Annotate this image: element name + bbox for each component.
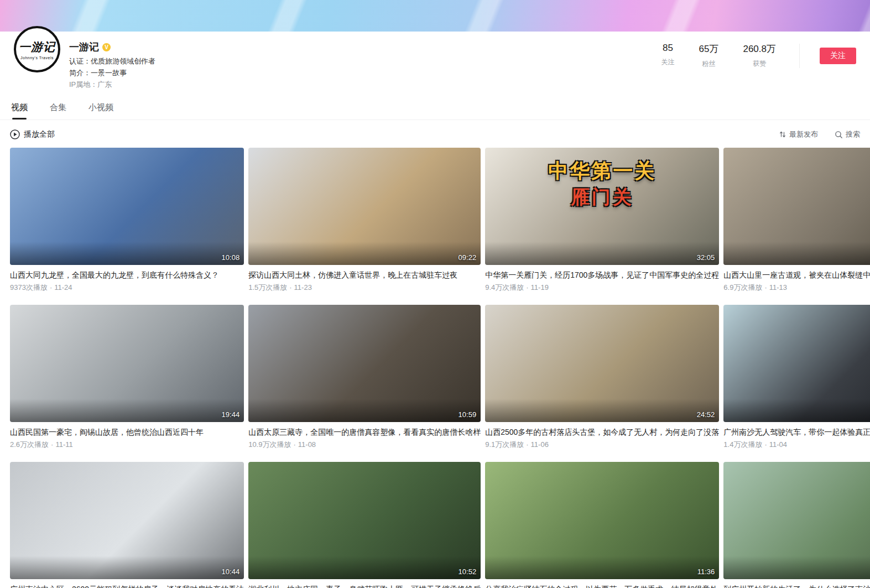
video-meta: 1.5万次播放·11-23 xyxy=(248,283,481,293)
tab-videos[interactable]: 视频 xyxy=(10,97,29,119)
channel-banner xyxy=(0,0,870,32)
sort-button[interactable]: 最新发布 xyxy=(779,129,818,139)
video-card[interactable]: 24:52 山西2500多年的古村落店头古堡，如今成了无人村，为何走向了没落 9… xyxy=(485,305,719,450)
thumbnail-overlay-line1: 中华第一关 xyxy=(485,158,719,185)
video-thumbnail[interactable]: 11:36 xyxy=(485,462,719,579)
search-button[interactable]: 搜索 xyxy=(835,129,860,139)
sort-label: 最新发布 xyxy=(789,129,818,139)
video-meta: 9.4万次播放·11-19 xyxy=(485,283,719,293)
video-date: 11-19 xyxy=(531,283,549,292)
video-date: 11-11 xyxy=(55,440,72,449)
video-card[interactable]: 11:58 广州南沙无人驾驶汽车，带你一起体验真正的科技与狠活 1.4万次播放·… xyxy=(723,305,870,450)
stat-following-value: 85 xyxy=(661,43,675,54)
video-title[interactable]: 山西2500多年的古村落店头古堡，如今成了无人村，为何走向了没落 xyxy=(485,427,719,437)
meta-separator: · xyxy=(526,283,528,292)
stat-fans-value: 65万 xyxy=(699,43,719,55)
video-duration: 10:59 xyxy=(459,410,477,419)
play-all-button[interactable]: 播放全部 xyxy=(10,129,55,139)
tab-bar: 视频 合集 小视频 xyxy=(0,97,870,120)
video-title[interactable]: 广州南沙无人驾驶汽车，带你一起体验真正的科技与狠活 xyxy=(723,427,870,437)
avatar[interactable]: 一游记 Johnny's Travels xyxy=(14,26,60,72)
video-views: 1.4万次播放 xyxy=(723,440,762,449)
video-title[interactable]: 中华第一关雁门关，经历1700多场战事，见证了中国军事史的全过程 xyxy=(485,270,719,280)
video-duration: 11:36 xyxy=(697,568,715,576)
video-card[interactable]: 10:59 山西太原三藏寺，全国唯一的唐僧真容塑像，看看真实的唐僧长啥样 10.… xyxy=(248,305,481,450)
stat-likes[interactable]: 260.8万 获赞 xyxy=(743,43,776,69)
video-title[interactable]: 探访山西大同土林，仿佛进入童话世界，晚上在古城驻车过夜 xyxy=(248,270,481,280)
video-views: 2.6万次播放 xyxy=(10,440,49,449)
video-title[interactable]: 湖北利川一地主庄园，妻子一身武艺吓跑土匪，可惜无子继承终绝后 xyxy=(248,584,481,588)
video-card[interactable]: 中华第一关 雁门关 32:05 中华第一关雁门关，经历1700多场战事，见证了中… xyxy=(485,148,719,293)
follow-button[interactable]: 关注 xyxy=(820,48,856,64)
video-thumbnail[interactable]: 14:07 xyxy=(723,462,870,579)
sort-icon xyxy=(779,131,786,138)
video-duration: 10:52 xyxy=(459,568,477,576)
avatar-logo-text: 一游记 xyxy=(19,39,55,55)
video-views: 6.9万次播放 xyxy=(723,283,762,292)
ip-location-line: IP属地：广东 xyxy=(69,80,155,89)
video-card[interactable]: 19:44 山西民国第一豪宅，阎锡山故居，他曾统治山西近四十年 2.6万次播放·… xyxy=(10,305,244,450)
video-date: 11-08 xyxy=(298,440,316,449)
video-card[interactable]: 10:44 广州南沙中心区，2600元能租到怎样的房子，谈谈我对房地产的看法 3… xyxy=(10,462,244,588)
video-views: 9.1万次播放 xyxy=(485,440,524,449)
video-meta: 6.9万次播放·11-13 xyxy=(723,283,870,293)
profile-name: 一游记 xyxy=(69,40,99,54)
video-thumbnail[interactable]: 14:29 xyxy=(723,148,870,265)
video-grid: 10:08 山西大同九龙壁，全国最大的九龙壁，到底有什么特殊含义？ 9373次播… xyxy=(0,148,870,588)
video-title[interactable]: 广州南沙中心区，2600元能租到怎样的房子，谈谈我对房地产的看法 xyxy=(10,584,244,588)
video-thumbnail[interactable]: 10:59 xyxy=(248,305,481,422)
meta-separator: · xyxy=(764,283,767,292)
video-card[interactable]: 10:52 湖北利川一地主庄园，妻子一身武艺吓跑土匪，可惜无子继承终绝后 4.8… xyxy=(248,462,481,588)
profile-stats: 85 关注 65万 粉丝 260.8万 获赞 xyxy=(637,43,776,69)
video-duration: 10:44 xyxy=(222,568,240,576)
search-label: 搜索 xyxy=(846,129,860,139)
avatar-logo-subtext: Johnny's Travels xyxy=(20,56,54,60)
video-card[interactable]: 14:07 到广州开始新的生活了，为什么选择了南沙？但愿能在这里安定下来 3.4… xyxy=(723,462,870,588)
search-icon xyxy=(835,131,843,139)
video-card[interactable]: 14:29 山西大山里一座古道观，被夹在山体裂缝中，上去顶层全靠一条铁链 6.9… xyxy=(723,148,870,293)
video-views: 9.4万次播放 xyxy=(485,283,524,292)
video-meta: 1.4万次播放·11-04 xyxy=(723,440,870,450)
play-all-label: 播放全部 xyxy=(24,129,55,139)
video-date: 11-24 xyxy=(54,283,72,292)
stat-likes-value: 260.8万 xyxy=(743,43,776,55)
video-thumbnail[interactable]: 10:44 xyxy=(10,462,244,579)
meta-separator: · xyxy=(764,440,767,449)
video-date: 11-13 xyxy=(769,283,787,292)
video-thumbnail[interactable]: 24:52 xyxy=(485,305,719,422)
video-title[interactable]: 山西太原三藏寺，全国唯一的唐僧真容塑像，看看真实的唐僧长啥样 xyxy=(248,427,481,437)
video-card[interactable]: 11:36 分享我治疗肾结石的全过程，以为要花一万多做手术，结局却很意外 5万次… xyxy=(485,462,719,588)
video-title[interactable]: 到广州开始新的生活了，为什么选择了南沙？但愿能在这里安定下来 xyxy=(723,584,870,588)
stat-following[interactable]: 85 关注 xyxy=(661,43,675,67)
video-thumbnail[interactable]: 10:52 xyxy=(248,462,481,579)
stats-divider xyxy=(799,44,800,68)
video-thumbnail[interactable]: 09:22 xyxy=(248,148,481,265)
video-card[interactable]: 10:08 山西大同九龙壁，全国最大的九龙壁，到底有什么特殊含义？ 9373次播… xyxy=(10,148,244,293)
video-title[interactable]: 山西大同九龙壁，全国最大的九龙壁，到底有什么特殊含义？ xyxy=(10,270,244,280)
tab-short-videos[interactable]: 小视频 xyxy=(87,97,114,119)
video-thumbnail[interactable]: 19:44 xyxy=(10,305,244,422)
video-thumbnail[interactable]: 中华第一关 雁门关 32:05 xyxy=(485,148,719,265)
video-meta: 10.9万次播放·11-08 xyxy=(248,440,481,450)
verified-badge-icon: V xyxy=(102,43,111,51)
meta-separator: · xyxy=(289,283,291,292)
video-thumbnail[interactable]: 11:58 xyxy=(723,305,870,422)
video-title[interactable]: 山西民国第一豪宅，阎锡山故居，他曾统治山西近四十年 xyxy=(10,427,244,437)
meta-separator: · xyxy=(51,440,53,449)
video-title[interactable]: 分享我治疗肾结石的全过程，以为要花一万多做手术，结局却很意外 xyxy=(485,584,719,588)
video-thumbnail[interactable]: 10:08 xyxy=(10,148,244,265)
video-duration: 09:22 xyxy=(459,253,477,262)
video-date: 11-06 xyxy=(531,440,549,449)
tab-collections[interactable]: 合集 xyxy=(49,97,67,119)
video-title[interactable]: 山西大山里一座古道观，被夹在山体裂缝中，上去顶层全靠一条铁链 xyxy=(723,270,870,280)
video-duration: 24:52 xyxy=(697,410,715,419)
profile-info: 一游记 V 认证：优质旅游领域创作者 简介：一景一故事 IP属地：广东 xyxy=(69,39,155,89)
intro-line: 简介：一景一故事 xyxy=(69,69,155,77)
video-views: 1.5万次播放 xyxy=(248,283,287,292)
stat-fans[interactable]: 65万 粉丝 xyxy=(699,43,719,69)
video-duration: 19:44 xyxy=(222,410,240,419)
video-views: 9373次播放 xyxy=(10,283,48,292)
video-card[interactable]: 09:22 探访山西大同土林，仿佛进入童话世界，晚上在古城驻车过夜 1.5万次播… xyxy=(248,148,481,293)
video-meta: 9373次播放·11-24 xyxy=(10,283,244,293)
stat-likes-label: 获赞 xyxy=(743,59,776,69)
